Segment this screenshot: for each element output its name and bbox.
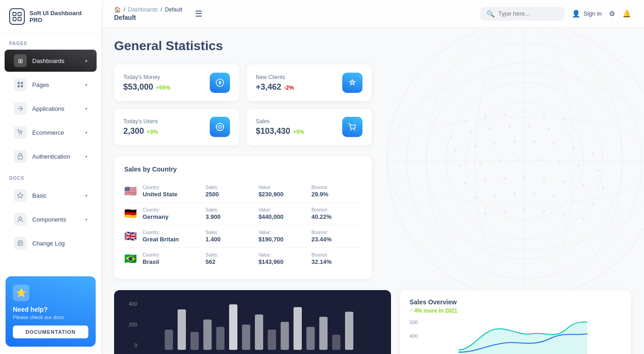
- sidebar: Soft UI Dashboard PRO PAGES ⊞ Dashboards…: [0, 0, 101, 354]
- sales-by-country-title: Sales by Country: [124, 166, 362, 173]
- svg-rect-92: [332, 335, 340, 350]
- search-input[interactable]: [498, 10, 558, 17]
- sidebar-item-pages[interactable]: Pages ▾: [5, 74, 97, 96]
- sidebar-item-changelog[interactable]: Change Log: [5, 232, 97, 254]
- chevron-down-icon: ▾: [85, 193, 87, 198]
- help-subtitle: Please check our docs: [13, 314, 88, 320]
- svg-rect-82: [203, 320, 212, 350]
- sidebar-item-basic[interactable]: Basic ▾: [5, 184, 97, 206]
- clients-icon-box: [342, 73, 362, 93]
- breadcrumb-dashboards[interactable]: Dashboards: [128, 6, 158, 13]
- sidebar-item-authentication[interactable]: Authentication ▾: [5, 145, 97, 167]
- sales-overview-change: 4% more in 2021: [414, 308, 457, 314]
- sidebar-label-ecommerce: Ecommerce: [32, 129, 64, 136]
- stat-label-users: Today's Users: [123, 118, 158, 125]
- stat-change-clients: -2%: [284, 85, 294, 91]
- svg-rect-2: [13, 17, 16, 21]
- components-icon: [14, 213, 27, 226]
- y-label-400: 400: [123, 301, 137, 307]
- settings-icon[interactable]: ⚙: [609, 10, 615, 18]
- bar-chart-y-labels: 400 200 0: [123, 299, 137, 350]
- sales-overview-y: 500 400: [409, 318, 622, 354]
- stat-change-users: +3%: [147, 129, 158, 135]
- stat-card-todays-users: Today's Users 2,300 +3%: [114, 108, 239, 145]
- content-area: General Statistics Today's Money $53,000…: [101, 28, 644, 354]
- changelog-icon: [14, 237, 27, 250]
- svg-rect-86: [255, 314, 263, 350]
- help-title: Need help?: [13, 306, 88, 313]
- authentication-icon: [14, 150, 27, 163]
- trend-up-icon: ↑: [409, 308, 412, 314]
- svg-rect-81: [190, 332, 199, 350]
- app-name: Soft UI Dashboard PRO: [29, 10, 92, 23]
- svg-point-9: [21, 134, 22, 135]
- charts-row: 400 200 0: [114, 290, 631, 354]
- y-label-200: 200: [123, 322, 137, 327]
- country-rows: 🇺🇸 Country: United State Sales: 2500: [124, 180, 362, 270]
- svg-rect-1: [18, 12, 21, 16]
- svg-rect-87: [268, 330, 276, 350]
- pages-icon: [14, 78, 27, 91]
- us-flag: 🇺🇸: [124, 185, 138, 197]
- stat-change-sales: +5%: [293, 129, 304, 135]
- stat-change-money: +55%: [156, 85, 170, 91]
- gb-country: Great Britain: [143, 236, 203, 243]
- sidebar-item-dashboards[interactable]: ⊞ Dashboards ▾: [5, 50, 97, 72]
- sidebar-item-applications[interactable]: Applications ▾: [5, 97, 97, 120]
- chevron-down-icon: ▾: [85, 130, 87, 135]
- chevron-down-icon: ▾: [85, 58, 87, 63]
- home-icon[interactable]: 🏠: [114, 6, 121, 13]
- bell-icon[interactable]: 🔔: [622, 10, 631, 18]
- signin-action[interactable]: 👤 Sign in: [572, 10, 602, 18]
- br-country: Brasil: [143, 258, 203, 265]
- overview-y-500: 500: [409, 320, 418, 325]
- svg-point-77: [351, 129, 352, 131]
- stat-label-clients: New Clients: [256, 74, 294, 80]
- br-sales: 562: [206, 258, 256, 265]
- us-bounce: 29.9%: [311, 191, 362, 198]
- chevron-down-icon: ▾: [85, 106, 87, 111]
- svg-point-8: [19, 134, 20, 135]
- de-flag: 🇩🇪: [124, 208, 138, 220]
- search-icon: 🔍: [487, 10, 494, 17]
- sidebar-item-ecommerce[interactable]: Ecommerce ▾: [5, 121, 97, 143]
- bar-chart-svg: [144, 299, 382, 350]
- stat-value-money: $53,000: [123, 82, 153, 92]
- gb-bounce: 23.44%: [311, 236, 362, 243]
- sidebar-section-docs: DOCS: [0, 168, 101, 183]
- svg-rect-0: [13, 12, 16, 16]
- stat-card-new-clients: New Clients +3,462 -2%: [247, 64, 372, 101]
- documentation-button[interactable]: DOCUMENTATION: [13, 325, 88, 338]
- signin-label: Sign in: [583, 10, 602, 17]
- page-title: General Statistics: [114, 39, 631, 53]
- sales-overview-chart: [424, 318, 622, 354]
- us-sales: 2500: [206, 191, 256, 198]
- logo-icon: [9, 8, 25, 25]
- svg-rect-3: [18, 17, 21, 21]
- users-icon-box: [210, 117, 230, 137]
- sidebar-item-components[interactable]: Components ▾: [5, 208, 97, 230]
- country-row-br: 🇧🇷 Country: Brasil Sales: 562: [124, 248, 362, 270]
- svg-rect-89: [293, 307, 302, 350]
- svg-point-11: [19, 217, 22, 220]
- sales-by-country-card: Sales by Country 🇺🇸 Country: United Stat…: [114, 156, 372, 279]
- stat-label-money: Today's Money: [123, 74, 170, 80]
- svg-rect-91: [319, 317, 328, 350]
- stat-card-todays-money: Today's Money $53,000 +55%: [114, 64, 239, 101]
- br-flag: 🇧🇷: [124, 253, 138, 265]
- gb-flag: 🇬🇧: [124, 230, 138, 242]
- sidebar-label-basic: Basic: [32, 192, 47, 199]
- sidebar-section-pages: PAGES: [0, 34, 101, 49]
- svg-rect-83: [216, 327, 224, 350]
- sidebar-label-dashboards: Dashboards: [32, 57, 64, 64]
- sales-overview-card: Sales Overview ↑ 4% more in 2021 500 400: [400, 290, 631, 354]
- search-box: 🔍: [480, 7, 564, 21]
- menu-icon[interactable]: ☰: [195, 9, 202, 19]
- sidebar-label-applications: Applications: [32, 105, 64, 112]
- user-icon: 👤: [572, 10, 581, 18]
- svg-point-76: [218, 126, 221, 128]
- svg-rect-93: [345, 312, 353, 350]
- help-box: ⭐ Need help? Please check our docs DOCUM…: [6, 276, 96, 347]
- stat-value-users: 2,300: [123, 126, 144, 136]
- svg-rect-80: [178, 309, 186, 350]
